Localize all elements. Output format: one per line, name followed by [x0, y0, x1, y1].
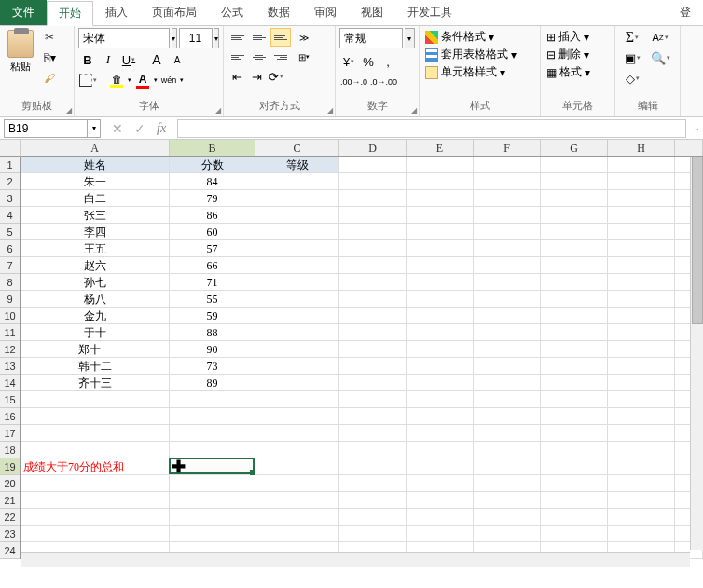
cell[interactable]: [474, 173, 541, 190]
cell[interactable]: [339, 358, 407, 375]
cell[interactable]: [541, 157, 608, 173]
column-header-C[interactable]: C: [255, 140, 339, 156]
cell[interactable]: [170, 391, 255, 408]
cell[interactable]: [255, 173, 339, 190]
cell[interactable]: [339, 442, 407, 458]
cell[interactable]: [407, 475, 474, 492]
cell[interactable]: [407, 458, 474, 475]
cell[interactable]: 66: [170, 257, 255, 274]
underline-button[interactable]: U▾: [119, 50, 138, 69]
cell[interactable]: [407, 324, 474, 341]
column-header-A[interactable]: A: [21, 140, 170, 156]
cell[interactable]: [541, 240, 608, 257]
cell[interactable]: 白二: [21, 190, 170, 207]
row-header-14[interactable]: 14: [0, 375, 20, 391]
cell[interactable]: [474, 509, 541, 526]
cell[interactable]: [474, 324, 541, 341]
cell[interactable]: [339, 408, 407, 425]
cell[interactable]: [474, 224, 541, 240]
cell[interactable]: [255, 274, 339, 291]
cell[interactable]: 等级: [255, 157, 339, 173]
row-header-1[interactable]: 1: [0, 157, 20, 173]
cell[interactable]: 60: [170, 224, 255, 240]
cell[interactable]: [407, 492, 474, 509]
cell[interactable]: [255, 324, 339, 341]
cell[interactable]: [608, 190, 675, 207]
cell[interactable]: 成绩大于70分的总和: [21, 458, 170, 475]
cell[interactable]: [255, 224, 339, 240]
row-header-2[interactable]: 2: [0, 173, 20, 190]
cell[interactable]: [407, 442, 474, 458]
row-header-23[interactable]: 23: [0, 526, 20, 542]
cell[interactable]: [339, 190, 407, 207]
alignment-dialog-launcher[interactable]: ◢: [327, 106, 333, 115]
cell[interactable]: [474, 291, 541, 308]
cell[interactable]: [541, 291, 608, 308]
row-header-24[interactable]: 24: [0, 542, 20, 559]
cell[interactable]: 分数: [170, 157, 255, 173]
cell[interactable]: [255, 509, 339, 526]
row-header-7[interactable]: 7: [0, 257, 20, 274]
row-header-17[interactable]: 17: [0, 425, 20, 442]
cell[interactable]: [21, 492, 170, 509]
cell[interactable]: [255, 492, 339, 509]
cell[interactable]: [541, 509, 608, 526]
cell[interactable]: [608, 240, 675, 257]
tab-layout[interactable]: 页面布局: [140, 0, 209, 25]
cell[interactable]: 59: [170, 308, 255, 324]
cell[interactable]: [541, 207, 608, 224]
cell[interactable]: 79: [170, 190, 255, 207]
cell[interactable]: [170, 425, 255, 442]
decrease-decimal-button[interactable]: .0→.00: [369, 73, 398, 91]
cell[interactable]: [339, 308, 407, 324]
cell[interactable]: [339, 224, 407, 240]
cell[interactable]: [339, 240, 407, 257]
column-header-D[interactable]: D: [339, 140, 407, 156]
cell[interactable]: [255, 257, 339, 274]
cell[interactable]: [474, 408, 541, 425]
cell[interactable]: [407, 358, 474, 375]
cell[interactable]: [407, 257, 474, 274]
cell[interactable]: [474, 458, 541, 475]
cell[interactable]: [608, 526, 675, 542]
cell[interactable]: [541, 391, 608, 408]
cell[interactable]: [608, 509, 675, 526]
cell[interactable]: [608, 492, 675, 509]
row-header-15[interactable]: 15: [0, 391, 20, 408]
cell[interactable]: [608, 274, 675, 291]
cell[interactable]: [608, 375, 675, 391]
font-size-dropdown[interactable]: ▾: [214, 28, 220, 48]
cancel-formula-button[interactable]: ✕: [108, 121, 127, 136]
font-name-dropdown[interactable]: ▾: [172, 28, 177, 48]
name-box[interactable]: [4, 119, 88, 138]
cell[interactable]: [21, 391, 170, 408]
cell[interactable]: [474, 375, 541, 391]
bold-button[interactable]: B: [78, 50, 97, 69]
cell[interactable]: 张三: [21, 207, 170, 224]
tab-home[interactable]: 开始: [47, 1, 93, 26]
cell[interactable]: [474, 190, 541, 207]
tab-insert[interactable]: 插入: [93, 0, 140, 25]
cell[interactable]: [170, 475, 255, 492]
cell[interactable]: [339, 492, 407, 509]
cell[interactable]: [474, 274, 541, 291]
cut-button[interactable]: ✂: [39, 28, 60, 47]
cell[interactable]: [541, 324, 608, 341]
paste-button[interactable]: 粘贴: [4, 28, 37, 88]
cell[interactable]: [474, 308, 541, 324]
row-header-5[interactable]: 5: [0, 224, 20, 240]
accept-formula-button[interactable]: ✓: [131, 121, 149, 136]
cell[interactable]: [255, 375, 339, 391]
font-dialog-launcher[interactable]: ◢: [215, 106, 221, 115]
cell[interactable]: [474, 492, 541, 509]
cell[interactable]: 71: [170, 274, 255, 291]
cell[interactable]: 73: [170, 358, 255, 375]
comma-button[interactable]: ,: [379, 52, 397, 71]
cell[interactable]: [255, 308, 339, 324]
cell[interactable]: [407, 509, 474, 526]
cell[interactable]: [541, 190, 608, 207]
cell[interactable]: [255, 408, 339, 425]
insert-cells-button[interactable]: ⊞ 插入▾: [544, 28, 611, 46]
cell[interactable]: [21, 442, 170, 458]
cell[interactable]: 孙七: [21, 274, 170, 291]
